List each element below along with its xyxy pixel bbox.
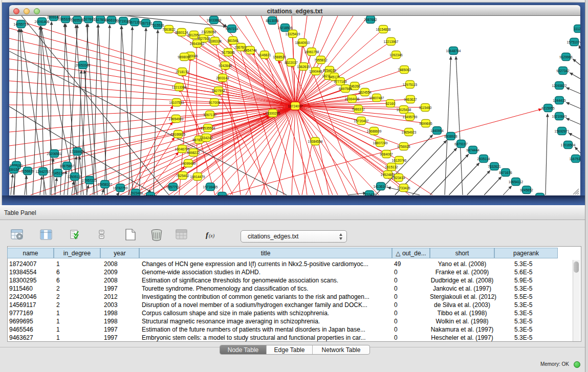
svg-text:16782759: 16782759 — [113, 186, 128, 190]
svg-text:18724007: 18724007 — [288, 104, 303, 108]
svg-text:1167534: 1167534 — [570, 157, 580, 161]
svg-text:19654923: 19654923 — [402, 130, 417, 134]
svg-text:8813054: 8813054 — [266, 19, 279, 23]
svg-text:1067191: 1067191 — [139, 21, 153, 25]
svg-text:14099489: 14099489 — [181, 162, 196, 165]
svg-text:18300295: 18300295 — [266, 112, 280, 115]
svg-text:12942757: 12942757 — [36, 170, 51, 173]
svg-text:11125: 11125 — [574, 27, 580, 31]
svg-text:(x): (x) — [209, 233, 215, 239]
svg-text:981546: 981546 — [227, 39, 238, 42]
svg-text:10025438: 10025438 — [397, 108, 411, 112]
svg-text:1244415: 1244415 — [553, 99, 566, 102]
svg-text:15716485: 15716485 — [203, 185, 218, 189]
svg-text:15751074: 15751074 — [567, 40, 580, 44]
svg-text:16107553: 16107553 — [169, 101, 184, 104]
svg-text:1362615: 1362615 — [297, 65, 310, 69]
svg-text:2718170: 2718170 — [176, 70, 189, 74]
svg-text:1292346: 1292346 — [144, 194, 157, 196]
svg-text:10654112: 10654112 — [509, 180, 524, 184]
svg-text:16033809: 16033809 — [207, 18, 222, 22]
svg-text:5498222: 5498222 — [187, 151, 200, 155]
svg-text:13535594: 13535594 — [201, 126, 215, 130]
svg-text:7485063: 7485063 — [398, 68, 411, 72]
svg-text:9474444: 9474444 — [466, 148, 480, 152]
svg-text:1733426: 1733426 — [363, 193, 376, 196]
svg-text:2803144: 2803144 — [216, 76, 229, 80]
svg-text:18807249: 18807249 — [373, 141, 388, 145]
svg-text:1733426: 1733426 — [397, 186, 410, 190]
svg-text:9245652: 9245652 — [520, 188, 533, 192]
svg-text:1527602: 1527602 — [82, 17, 95, 21]
svg-text:14136141: 14136141 — [374, 185, 388, 188]
svg-text:20364436: 20364436 — [345, 97, 360, 101]
svg-text:7625402: 7625402 — [176, 174, 189, 178]
svg-text:9084067: 9084067 — [380, 152, 393, 156]
svg-text:19654983: 19654983 — [169, 117, 184, 121]
svg-text:9699695: 9699695 — [419, 122, 432, 125]
svg-text:917006: 917006 — [209, 101, 220, 104]
svg-text:10975867: 10975867 — [60, 164, 75, 168]
svg-text:7515526: 7515526 — [151, 24, 164, 27]
svg-text:12975115: 12975115 — [403, 83, 418, 86]
svg-text:8471676: 8471676 — [499, 171, 512, 174]
svg-text:16154838: 16154838 — [376, 28, 391, 31]
svg-text:5175685: 5175685 — [222, 51, 235, 54]
svg-text:16914479: 16914479 — [190, 175, 205, 179]
svg-text:10648784: 10648784 — [446, 49, 461, 53]
svg-text:17957225: 17957225 — [82, 179, 97, 182]
svg-text:9129966: 9129966 — [559, 55, 573, 59]
svg-text:20053346: 20053346 — [76, 63, 91, 67]
svg-text:62160: 62160 — [386, 102, 395, 105]
svg-text:12093822: 12093822 — [552, 84, 567, 87]
svg-text:2087682: 2087682 — [364, 18, 377, 21]
svg-text:8186328: 8186328 — [208, 39, 222, 43]
svg-text:9777169: 9777169 — [334, 80, 347, 83]
svg-text:3267130: 3267130 — [203, 113, 216, 117]
svg-text:939154: 939154 — [9, 168, 19, 171]
svg-text:7955812: 7955812 — [314, 58, 328, 62]
svg-text:8660124: 8660124 — [175, 31, 188, 34]
svg-text:1615132: 1615132 — [385, 165, 398, 169]
svg-text:8938928: 8938928 — [444, 135, 458, 138]
svg-text:7632621: 7632621 — [488, 165, 501, 168]
svg-text:1156829: 1156829 — [21, 169, 34, 173]
svg-text:20091406: 20091406 — [35, 20, 50, 24]
svg-text:1092346: 1092346 — [389, 53, 403, 57]
svg-text:2935114: 2935114 — [477, 157, 490, 161]
svg-text:7357224: 7357224 — [225, 27, 238, 31]
svg-text:1440954: 1440954 — [430, 129, 444, 133]
svg-text:2523414: 2523414 — [392, 176, 405, 180]
svg-text:1588520: 1588520 — [273, 55, 286, 59]
svg-text:10543962: 10543962 — [190, 42, 205, 46]
svg-text:12213967: 12213967 — [384, 40, 399, 43]
svg-text:10958107: 10958107 — [98, 183, 113, 186]
svg-text:19384554: 19384554 — [308, 140, 323, 143]
svg-text:17016504: 17016504 — [561, 143, 576, 147]
svg-text:14055714: 14055714 — [14, 23, 29, 26]
svg-text:8427552: 8427552 — [212, 89, 225, 93]
svg-text:23226058: 23226058 — [202, 30, 216, 34]
svg-text:9463627: 9463627 — [404, 98, 417, 101]
svg-text:8215955: 8215955 — [541, 106, 555, 110]
svg-text:13495759: 13495759 — [403, 115, 418, 119]
svg-text:9227342: 9227342 — [556, 69, 570, 73]
svg-text:16120746: 16120746 — [392, 159, 407, 162]
svg-text:1716448: 1716448 — [215, 194, 229, 196]
svg-text:9756928: 9756928 — [397, 145, 410, 148]
svg-text:9657791: 9657791 — [166, 185, 180, 189]
svg-text:8322037: 8322037 — [285, 61, 298, 64]
svg-text:16961758: 16961758 — [304, 50, 319, 54]
svg-text:10210643: 10210643 — [552, 115, 567, 118]
svg-text:12923468: 12923468 — [128, 191, 143, 195]
svg-text:1334242: 1334242 — [200, 136, 213, 140]
svg-text:7663822: 7663822 — [162, 28, 176, 31]
svg-text:7986372: 7986372 — [352, 107, 365, 111]
svg-text:15692971: 15692971 — [555, 129, 570, 133]
svg-text:6497568: 6497568 — [339, 87, 352, 91]
svg-text:10807487: 10807487 — [369, 96, 384, 100]
svg-text:9146821: 9146821 — [258, 53, 271, 57]
svg-text:19218506: 19218506 — [278, 26, 293, 30]
svg-text:9898061: 9898061 — [178, 55, 191, 59]
svg-text:19166825: 19166825 — [171, 133, 186, 136]
